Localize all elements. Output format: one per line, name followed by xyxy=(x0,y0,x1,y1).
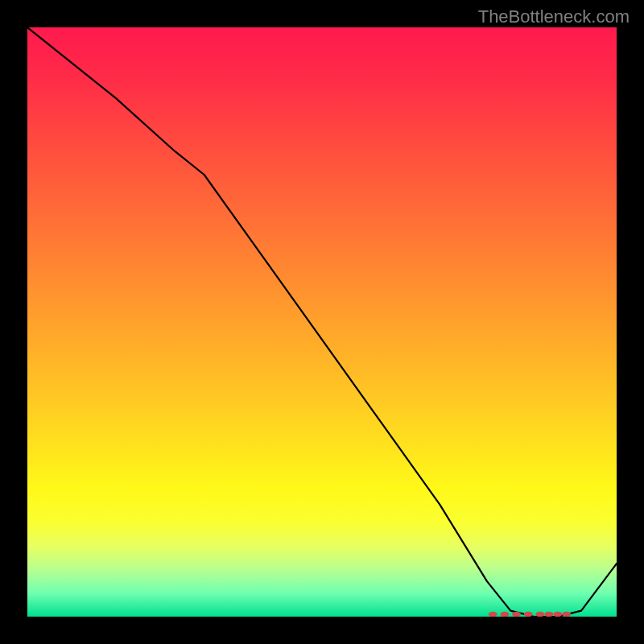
chart-marker xyxy=(562,612,571,617)
chart-marker xyxy=(553,612,562,617)
watermark-text: TheBottleneck.com xyxy=(478,6,630,27)
chart-marker xyxy=(544,612,553,617)
chart-marker xyxy=(500,612,509,617)
chart-svg xyxy=(27,27,617,617)
chart-marker xyxy=(535,612,544,617)
chart-curve xyxy=(27,27,617,617)
chart-marker xyxy=(489,612,497,617)
chart-marker xyxy=(524,612,533,617)
chart-markers xyxy=(489,612,572,617)
chart-plot-area xyxy=(27,27,617,617)
chart-marker xyxy=(512,612,521,617)
